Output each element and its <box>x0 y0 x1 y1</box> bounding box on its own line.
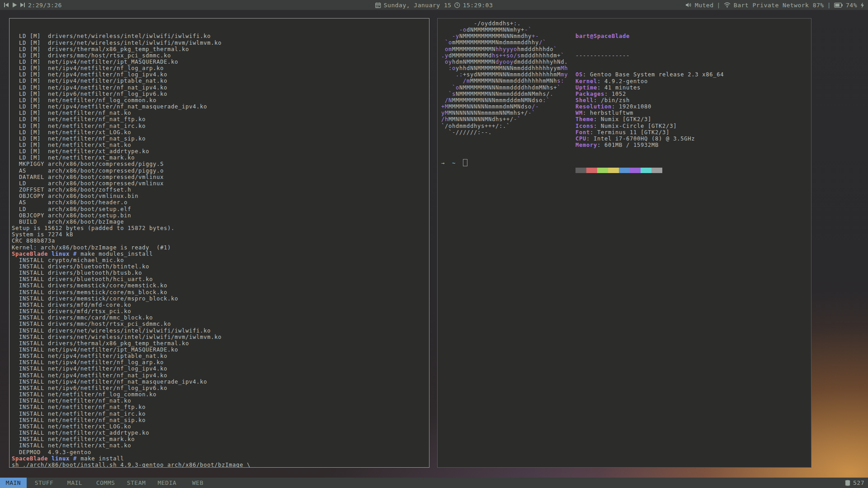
updates-section: 527 <box>844 479 868 486</box>
terminal-line: System is 7274 kB <box>12 231 427 238</box>
info-line: Uptime: 41 minutes <box>576 84 724 91</box>
left-terminal-window[interactable]: LD [M] drivers/net/wireless/intel/iwlwif… <box>9 18 429 468</box>
info-line: Font: Terminus 11 [GTK2/3] <box>576 129 724 136</box>
terminal-line: LD [M] net/ipv4/netfilter/nf_log_arp.ko <box>12 65 427 71</box>
volume-status: Muted <box>695 2 714 9</box>
terminal-line: SpaceBlade linux # make install <box>12 455 427 462</box>
terminal-line: DATAREL arch/x86/boot/compressed/vmlinux <box>12 174 427 180</box>
info-line: Shell: /bin/zsh <box>576 97 724 103</box>
media-section: 2:29/3:26 <box>0 2 62 9</box>
updates-count: 527 <box>853 479 864 486</box>
workspace-tabs: MAINSTUFFMAILCOMMSSTEAMMEDIAWEB <box>0 478 215 488</box>
terminal-line: LD [M] net/ipv4/netfilter/ipt_MASQUERADE… <box>12 59 427 65</box>
terminal-line: LD [M] drivers/net/wireless/intel/iwlwif… <box>12 33 427 39</box>
terminal-line: /mMMMMMMNNNmmmdddhhhhhmMNhs: <box>441 78 568 84</box>
terminal-line: INSTALL net/netfilter/xt_addrtype.ko <box>12 430 427 436</box>
terminal-line: INSTALL drivers/bluetooth/btusb.ko <box>12 270 427 276</box>
terminal-line: INSTALL crypto/michael_mic.ko <box>12 257 427 263</box>
terminal-line: INSTALL net/ipv4/netfilter/nf_nat_ipv4.k… <box>12 372 427 379</box>
terminal-line: LD [M] net/netfilter/nf_nat_sip.ko <box>12 136 427 142</box>
terminal-line: INSTALL drivers/mfd/mfd-core.ko <box>12 302 427 308</box>
terminal-line: INSTALL net/netfilter/xt_LOG.ko <box>12 423 427 430</box>
workspace-tab-media[interactable]: MEDIA <box>154 478 180 488</box>
battery-label: 74% <box>846 2 857 9</box>
terminal-line: OBJCOPY arch/x86/boot/setup.bin <box>12 212 427 219</box>
info-value: : /bin/zsh <box>594 97 630 103</box>
info-line: CPU: Intel i7-6700HQ (8) @ 3.5GHz <box>576 136 724 142</box>
terminal-line: MKPIGGY arch/x86/boot/compressed/piggy.S <box>12 161 427 167</box>
terminal-line: INSTALL net/ipv6/netfilter/nf_log_ipv6.k… <box>12 385 427 391</box>
terminal-line: :oyhhdNNMMMMMMMNNNmmdddhhhhhyymMh <box>441 65 568 71</box>
skip-back-icon[interactable] <box>4 2 9 8</box>
palette-swatch <box>619 168 630 173</box>
info-value: : Intel i7-6700HQ (8) @ 3.5GHz <box>586 136 695 142</box>
terminal-line: AS arch/x86/boot/header.o <box>12 199 427 206</box>
terminal-line: /hMMNNNNNNNNMNdhs++/-` <box>441 116 568 122</box>
info-value: : 601MB / 15932MB <box>597 142 659 148</box>
palette-swatch <box>651 168 662 173</box>
terminal-line: omMMMMMMMMMMMNhhyyyohmdddhhhdo` <box>441 46 568 52</box>
wifi-icon[interactable] <box>724 2 731 8</box>
terminal-line: INSTALL drivers/mfd/rtsx_pci.ko <box>12 308 427 314</box>
info-label: Resolution <box>576 103 612 110</box>
terminal-line: Kernel: arch/x86/boot/bzImage is ready (… <box>12 244 427 251</box>
terminal-line: INSTALL drivers/bluetooth/btintel.ko <box>12 263 427 270</box>
terminal-line: INSTALL net/ipv4/netfilter/iptable_nat.k… <box>12 353 427 359</box>
terminal-line: INSTALL net/netfilter/nf_nat_irc.ko <box>12 411 427 417</box>
info-value: : Terminus 11 [GTK2/3] <box>590 129 670 136</box>
workspace-tab-comms[interactable]: COMMS <box>92 478 119 488</box>
terminal-line: LD [M] net/ipv4/netfilter/iptable_nat.ko <box>12 78 427 84</box>
terminal-line: .ydMMMMMMMMMMdhs++so/smdddhhhhdm+` <box>441 52 568 59</box>
info-label: Theme <box>576 116 594 122</box>
speaker-icon[interactable] <box>685 2 692 8</box>
clock-icon <box>454 2 460 8</box>
skip-forward-icon[interactable] <box>20 2 25 8</box>
media-time: 2:29/3:26 <box>28 2 62 9</box>
terminal-line: oyhdmNMMMMMMMNdyooydmddddhhhhyhNd. <box>441 59 568 65</box>
terminal-line: DEPMOD 4.9.3-gentoo <box>12 449 427 455</box>
info-label: Kernel <box>576 78 597 84</box>
play-icon[interactable] <box>12 2 17 8</box>
workspace-tab-main[interactable]: MAIN <box>0 478 27 488</box>
separator: | <box>827 2 831 9</box>
terminal-line: .:+sydNMMMMMNNNmmmdddhhhhhhmMmy <box>441 71 568 78</box>
gentoo-ascii-logo: -/oyddmdhs+:. -odNMMMMMMMMNNmhy+-` -yNMM… <box>441 20 568 136</box>
terminal-line: LD [M] net/ipv4/netfilter/nf_log_ipv4.ko <box>12 71 427 78</box>
workspace-tab-steam[interactable]: STEAM <box>123 478 150 488</box>
terminal-line: INSTALL net/ipv4/netfilter/nf_log_ipv4.k… <box>12 366 427 372</box>
terminal-line: LD [M] net/netfilter/nf_log_common.ko <box>12 97 427 103</box>
right-terminal-window[interactable]: -/oyddmdhs+:. -odNMMMMMMMMNNmhy+-` -yNMM… <box>437 18 811 468</box>
workspace-tab-stuff[interactable]: STUFF <box>31 478 57 488</box>
info-label: Memory <box>576 142 597 148</box>
clock-label: 15:29:03 <box>463 2 493 9</box>
info-value: : Numix [GTK2/3] <box>594 116 651 122</box>
workspace-tab-mail[interactable]: MAIL <box>61 478 88 488</box>
palette-swatch <box>576 168 586 173</box>
zsh-prompt: → ~ <box>441 159 467 165</box>
terminal-line: AS arch/x86/boot/compressed/piggy.o <box>12 168 427 174</box>
terminal-line: INSTALL net/netfilter/xt_nat.ko <box>12 442 427 449</box>
info-label: Uptime <box>576 84 597 91</box>
info-line: Icons: Numix-Circle [GTK2/3] <box>576 123 724 129</box>
info-value: : Numix-Circle [GTK2/3] <box>594 123 677 129</box>
terminal-line: SpaceBlade linux # make modules_install <box>12 251 427 257</box>
info-value: : Gentoo Base System release 2.3 x86_64 <box>583 71 724 78</box>
neofetch-title-underline: --------------- <box>576 52 724 59</box>
charging-bolt-icon <box>860 2 864 8</box>
terminal-line: `-//////:--. <box>441 129 568 136</box>
calendar-icon <box>375 2 381 8</box>
workspace-tab-web[interactable]: WEB <box>184 478 211 488</box>
terminal-line: INSTALL net/ipv4/netfilter/ipt_MASQUERAD… <box>12 347 427 353</box>
terminal-line: `oNMMMMMMMNNNmmmddddhhdmMNhs+` <box>441 84 568 91</box>
terminal-line: INSTALL net/netfilter/nf_nat_sip.ko <box>12 417 427 423</box>
terminal-line: `/ohdmmddhys+++/:.` <box>441 123 568 129</box>
terminal-line: LD [M] net/netfilter/nf_nat.ko <box>12 110 427 116</box>
terminal-line: LD [M] net/netfilter/xt_nat.ko <box>12 142 427 148</box>
info-value: : 41 minutes <box>597 84 641 91</box>
info-line: Packages: 1052 <box>576 91 724 97</box>
neofetch-host-title: bart@SpaceBlade <box>576 33 724 39</box>
info-line: OS: Gentoo Base System release 2.3 x86_6… <box>576 71 724 78</box>
separator: | <box>717 2 721 9</box>
info-line: Memory: 601MB / 15932MB <box>576 142 724 148</box>
terminal-line: yMMNNNNNNNNmmmmmNNMmhs+/-` <box>441 110 568 116</box>
